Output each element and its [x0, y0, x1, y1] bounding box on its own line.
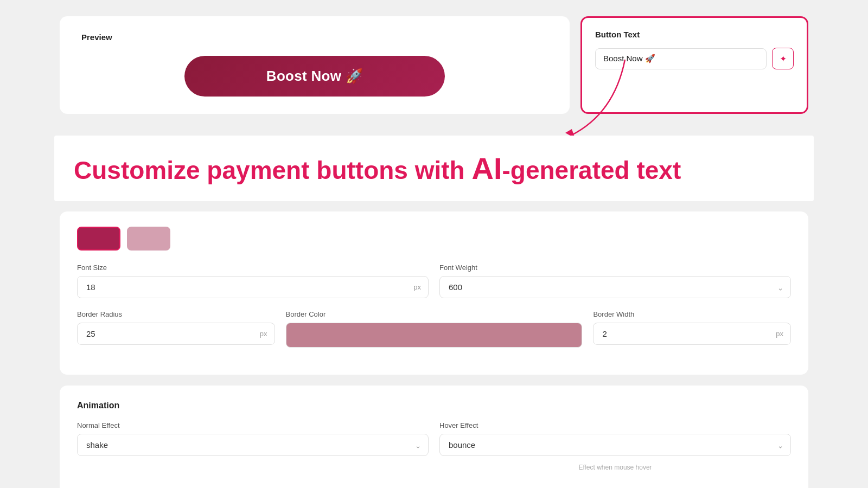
- border-width-suffix: px: [776, 330, 783, 338]
- normal-effect-select[interactable]: shake none pulse spin float: [77, 434, 429, 456]
- font-weight-label: Font Weight: [439, 264, 791, 272]
- font-size-label: Font Size: [77, 264, 429, 272]
- button-text-input[interactable]: [595, 48, 767, 69]
- animation-card: Animation Normal Effect shake none pulse…: [60, 386, 808, 488]
- border-radius-input[interactable]: [77, 323, 275, 345]
- button-text-input-row: ✦: [595, 48, 794, 69]
- headline-start: Customize payment buttons with: [74, 156, 471, 184]
- headline-ai: AI: [471, 151, 502, 185]
- border-color-label: Border Color: [286, 310, 583, 318]
- ai-icon: ✦: [780, 54, 787, 64]
- preview-card: Preview Boost Now 🚀: [60, 16, 570, 114]
- border-color-swatch[interactable]: [286, 323, 583, 348]
- border-radius-group: Border Radius px: [77, 310, 275, 348]
- color-swatch-dark[interactable]: [77, 227, 120, 251]
- font-row: Font Size px Font Weight 600 400 500 700…: [77, 264, 791, 298]
- ai-generate-button[interactable]: ✦: [772, 48, 794, 69]
- color-swatches-row: [77, 227, 791, 251]
- normal-effect-group: Normal Effect shake none pulse spin floa…: [77, 421, 429, 471]
- border-width-label: Border Width: [593, 310, 791, 318]
- preview-label: Preview: [81, 33, 548, 42]
- border-radius-label: Border Radius: [77, 310, 275, 318]
- font-weight-select-wrapper: 600 400 500 700 800: [439, 276, 791, 298]
- border-width-input-wrapper: px: [593, 323, 791, 345]
- hover-effect-label: Hover Effect: [439, 421, 791, 429]
- overlay-headline: Customize payment buttons with AI-genera…: [74, 151, 794, 186]
- normal-effect-select-wrapper: shake none pulse spin float: [77, 434, 429, 456]
- font-size-input-wrapper: px: [77, 276, 429, 298]
- border-row: Border Radius px Border Color Border Wid…: [77, 310, 791, 348]
- page-wrapper: Preview Boost Now 🚀 Button Text ✦ Custom…: [60, 16, 808, 488]
- button-text-card-label: Button Text: [595, 30, 794, 39]
- overlay-banner: Customize payment buttons with AI-genera…: [54, 136, 814, 201]
- border-radius-suffix: px: [260, 330, 267, 338]
- border-width-input[interactable]: [593, 323, 791, 345]
- animation-section-title: Animation: [77, 401, 791, 410]
- font-size-input[interactable]: [77, 276, 429, 298]
- normal-effect-label: Normal Effect: [77, 421, 429, 429]
- hover-hint: Effect when mouse hover: [439, 464, 791, 471]
- font-weight-select[interactable]: 600 400 500 700 800: [439, 276, 791, 298]
- border-width-group: Border Width px: [593, 310, 791, 348]
- font-size-suffix: px: [413, 283, 421, 291]
- button-text-card: Button Text ✦: [580, 16, 808, 114]
- hover-effect-group: Hover Effect bounce none glow scale shak…: [439, 421, 791, 471]
- border-radius-input-wrapper: px: [77, 323, 275, 345]
- border-color-group: Border Color: [286, 310, 583, 348]
- preview-boost-button[interactable]: Boost Now 🚀: [184, 56, 445, 97]
- color-swatch-light[interactable]: [127, 227, 170, 251]
- settings-card: Font Size px Font Weight 600 400 500 700…: [60, 211, 808, 375]
- top-row: Preview Boost Now 🚀 Button Text ✦: [60, 16, 808, 114]
- hover-effect-select-wrapper: bounce none glow scale shake: [439, 434, 791, 456]
- hover-effect-select[interactable]: bounce none glow scale shake: [439, 434, 791, 456]
- animation-row: Normal Effect shake none pulse spin floa…: [77, 421, 791, 471]
- preview-button-area: Boost Now 🚀: [81, 55, 548, 98]
- headline-end: -generated text: [502, 156, 681, 184]
- font-weight-group: Font Weight 600 400 500 700 800: [439, 264, 791, 298]
- font-size-group: Font Size px: [77, 264, 429, 298]
